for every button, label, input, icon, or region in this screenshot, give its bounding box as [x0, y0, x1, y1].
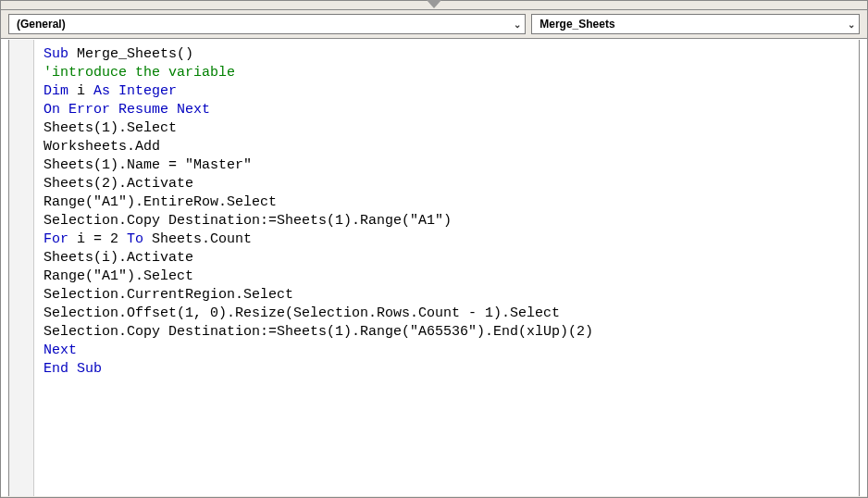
code-line[interactable]: Selection.Offset(1, 0).Resize(Selection.… — [43, 305, 855, 323]
code-line[interactable]: Selection.CurrentRegion.Select — [43, 286, 855, 305]
vba-editor-window: (General) ⌄ Merge_Sheets ⌄ Sub Merge_She… — [0, 0, 868, 498]
code-line[interactable]: Dim i As Integer — [43, 82, 855, 101]
chevron-down-icon: ⌄ — [514, 19, 521, 30]
code-line[interactable]: For i = 2 To Sheets.Count — [43, 230, 855, 249]
code-line[interactable]: Sub Merge_Sheets() — [43, 45, 855, 64]
code-line[interactable]: Selection.Copy Destination:=Sheets(1).Ra… — [43, 212, 855, 230]
top-border — [1, 1, 867, 10]
indicator-margin[interactable] — [8, 40, 34, 496]
code-line[interactable]: Selection.Copy Destination:=Sheets(1).Ra… — [43, 323, 855, 342]
code-token: To — [127, 231, 152, 247]
code-area: Sub Merge_Sheets()'introduce the variabl… — [1, 39, 867, 496]
code-token: Next — [43, 342, 77, 358]
code-line[interactable]: End Sub — [43, 360, 855, 379]
code-token: Sheets(1).Name = "Master" — [43, 157, 252, 173]
code-line[interactable]: Range("A1").Select — [43, 268, 855, 286]
code-token: Sheets(2).Activate — [43, 176, 193, 192]
dropdown-toolbar: (General) ⌄ Merge_Sheets ⌄ — [1, 10, 867, 39]
code-editor[interactable]: Sub Merge_Sheets()'introduce the variabl… — [34, 40, 860, 496]
code-line[interactable]: Sheets(1).Name = "Master" — [43, 156, 855, 175]
code-token: Selection.Copy Destination:=Sheets(1).Ra… — [43, 324, 593, 340]
code-line[interactable]: On Error Resume Next — [43, 101, 855, 119]
code-line[interactable]: Worksheets.Add — [43, 138, 855, 156]
code-token: Worksheets.Add — [43, 139, 160, 155]
object-dropdown-label: (General) — [17, 18, 66, 31]
procedure-dropdown[interactable]: Merge_Sheets ⌄ — [531, 14, 860, 34]
code-token: Selection.Offset(1, 0).Resize(Selection.… — [43, 305, 560, 321]
code-token: On Error Resume Next — [43, 102, 210, 118]
code-token: End Sub — [43, 361, 102, 377]
code-token: As Integer — [93, 83, 177, 99]
code-token: i = 2 — [77, 231, 127, 247]
code-token: Range("A1").EntireRow.Select — [43, 194, 277, 210]
code-token: Sub — [43, 46, 77, 62]
code-token: Sheets(i).Activate — [43, 250, 193, 266]
chevron-down-icon: ⌄ — [848, 19, 855, 30]
code-line[interactable]: Range("A1").EntireRow.Select — [43, 193, 855, 212]
code-line[interactable]: Sheets(1).Select — [43, 119, 855, 138]
code-token: Sheets(1).Select — [43, 120, 177, 136]
code-token: Sheets.Count — [152, 231, 252, 247]
code-line[interactable]: 'introduce the variable — [43, 64, 855, 82]
code-token: Dim — [43, 83, 77, 99]
code-line[interactable]: Sheets(2).Activate — [43, 175, 855, 193]
object-dropdown[interactable]: (General) ⌄ — [8, 14, 526, 34]
code-token: Range("A1").Select — [43, 268, 193, 284]
code-line[interactable]: Sheets(i).Activate — [43, 249, 855, 268]
code-token: Selection.Copy Destination:=Sheets(1).Ra… — [43, 213, 452, 229]
code-token: i — [77, 83, 93, 99]
code-token: 'introduce the variable — [43, 65, 235, 81]
code-token: For — [43, 231, 77, 247]
code-token: Selection.CurrentRegion.Select — [43, 287, 293, 303]
code-token: Merge_Sheets() — [77, 46, 193, 62]
split-handle-icon[interactable] — [427, 0, 441, 8]
procedure-dropdown-label: Merge_Sheets — [539, 18, 614, 31]
code-line[interactable]: Next — [43, 342, 855, 360]
